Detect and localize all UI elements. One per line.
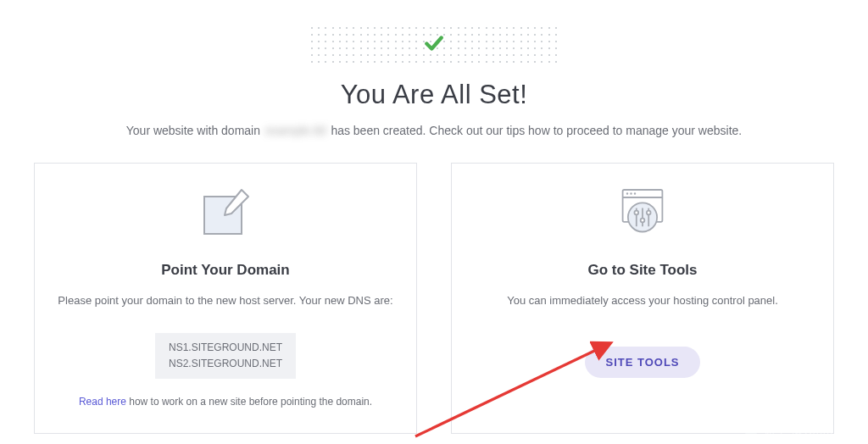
svg-point-3	[626, 192, 628, 194]
read-here-row: Read here how to work on a new site befo…	[55, 396, 396, 408]
site-tools-card: Go to Site Tools You can immediately acc…	[451, 163, 834, 434]
page-subheading: Your website with domain example.tld has…	[34, 124, 834, 137]
site-tools-icon	[472, 182, 813, 243]
dns-record-2: NS2.SITEGROUND.NET	[169, 356, 282, 372]
svg-point-11	[641, 219, 645, 223]
site-tools-description: You can immediately access your hosting …	[472, 292, 813, 309]
domain-placeholder-blurred: example.tld	[264, 124, 328, 137]
site-tools-button[interactable]: SITE TOOLS	[585, 347, 699, 378]
checkmark-icon	[423, 32, 445, 58]
svg-point-10	[634, 211, 638, 215]
read-here-link[interactable]: Read here	[79, 396, 126, 408]
point-domain-description: Please point your domain to the new host…	[55, 292, 396, 309]
site-tools-title: Go to Site Tools	[472, 262, 813, 279]
edit-note-icon	[55, 182, 396, 243]
zhihu-watermark: 知乎 @Xmmblog	[744, 424, 858, 439]
page-title: You Are All Set!	[34, 80, 834, 110]
dns-record-1: NS1.SITEGROUND.NET	[169, 340, 282, 356]
decorative-dots-pattern	[34, 25, 834, 64]
point-domain-title: Point Your Domain	[55, 262, 396, 279]
dns-records-box: NS1.SITEGROUND.NET NS2.SITEGROUND.NET	[155, 333, 296, 379]
point-domain-card: Point Your Domain Please point your doma…	[34, 163, 417, 434]
svg-point-12	[647, 211, 651, 215]
svg-point-4	[630, 192, 632, 194]
svg-rect-15	[745, 425, 756, 436]
svg-point-5	[634, 192, 636, 194]
